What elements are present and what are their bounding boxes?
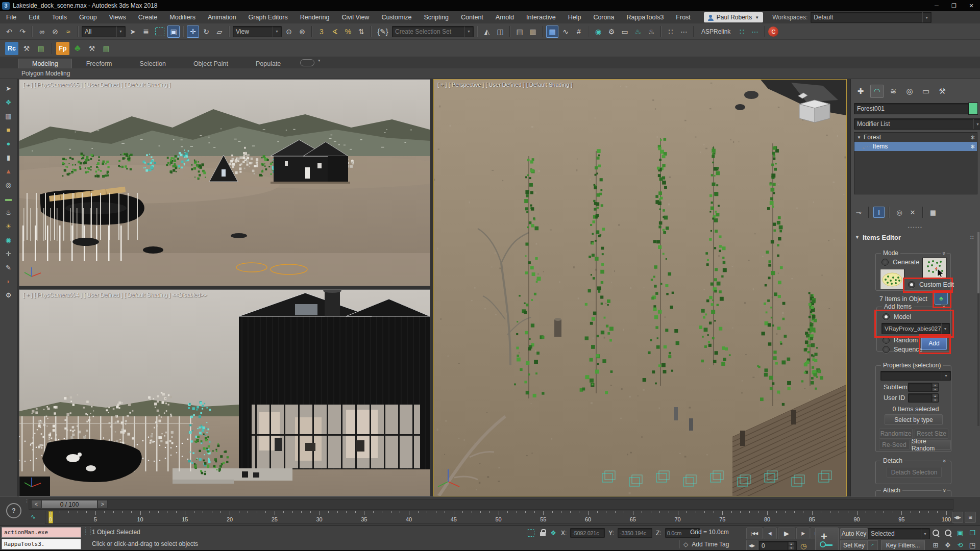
configure-modifier-sets-icon[interactable]: ▦ xyxy=(927,207,939,218)
torus-primitive-icon[interactable]: ◎ xyxy=(3,179,15,191)
selection-lock-icon[interactable] xyxy=(540,532,546,536)
time-slider-handle[interactable]: < 0 / 100 > xyxy=(31,500,108,509)
properties-dropdown[interactable]: ▼ xyxy=(880,371,951,381)
menu-graph-editors[interactable]: Graph Editors xyxy=(242,11,294,23)
view-cube[interactable] xyxy=(791,91,835,129)
time-slider-track[interactable]: < 0 / 100 > xyxy=(29,499,953,510)
link-dots-icon[interactable]: ⋯ xyxy=(749,26,761,38)
cone-primitive-icon[interactable]: ▲ xyxy=(3,165,15,177)
pan-view-icon[interactable]: ✥ xyxy=(942,540,953,550)
user-id-spinner[interactable]: ▲▼ xyxy=(932,394,938,402)
expand-arrow-icon[interactable]: ▼ xyxy=(854,135,864,140)
ribbon-minimize-toggle[interactable] xyxy=(300,59,314,66)
settings-tool-icon[interactable]: ⚙ xyxy=(3,289,15,301)
mirror-icon[interactable]: ◭ xyxy=(481,26,493,38)
reset-size-button[interactable]: Reset Size xyxy=(915,429,948,439)
show-end-result-icon[interactable]: I xyxy=(873,207,885,218)
zoom-region-icon[interactable]: ⊞ xyxy=(930,540,941,550)
user-account-menu[interactable]: Paul Roberts ▼ xyxy=(704,12,763,22)
orbit-icon[interactable]: ⟲ xyxy=(954,540,966,550)
viewport-label[interactable]: [ + ] [ PhysCamera005 ] [ User Defined ]… xyxy=(23,82,170,88)
viewport-canvas-cam2[interactable] xyxy=(19,290,430,496)
material-editor-icon[interactable]: ◉ xyxy=(592,26,604,38)
pin-stack-icon[interactable]: ⊸ xyxy=(853,207,864,218)
object-color-swatch[interactable] xyxy=(968,103,978,115)
menu-rendering[interactable]: Rendering xyxy=(294,11,336,23)
tab-object-paint[interactable]: Object Paint xyxy=(180,59,241,68)
snaps-grid-icon[interactable]: ∷ xyxy=(665,26,677,38)
plane-primitive-icon[interactable]: ▬ xyxy=(3,192,15,205)
camera-tool-icon[interactable]: ◉ xyxy=(3,234,15,246)
menu-tools[interactable]: Tools xyxy=(46,11,73,23)
trackbar-prev-key-icon[interactable]: ◀▶ xyxy=(952,512,963,523)
help-icon[interactable]: ? xyxy=(6,503,21,518)
frame-spinner[interactable]: ▲▼ xyxy=(788,542,794,550)
tab-freeform[interactable]: Freeform xyxy=(73,59,126,68)
corona-renderer-icon[interactable]: C xyxy=(768,27,778,37)
railclone-lister-icon[interactable]: ▤ xyxy=(35,42,47,55)
helper-tool-icon[interactable]: ✛ xyxy=(3,247,15,260)
menu-corona[interactable]: Corona xyxy=(587,11,620,23)
reseed-button[interactable]: Re-Seed xyxy=(879,440,910,450)
viewport-canvas-perspective[interactable] xyxy=(434,80,846,496)
select-and-move-icon[interactable]: ✛ xyxy=(187,26,199,38)
spacing-tool-icon[interactable]: ∷ xyxy=(736,26,748,38)
collapse-chevron-icon[interactable]: » xyxy=(941,458,947,463)
collapse-chevron-icon[interactable]: » xyxy=(941,304,946,309)
y-coordinate-field[interactable]: -3350.194c xyxy=(618,528,652,538)
named-selection-sets-icon[interactable]: {✎} xyxy=(375,26,391,38)
custom-edit-radio[interactable] xyxy=(908,281,915,288)
railclone-tools-icon[interactable]: ⚒ xyxy=(20,42,33,55)
menu-views[interactable]: Views xyxy=(103,11,132,23)
forestpack-icon[interactable]: Fp xyxy=(56,42,69,55)
randomize-button[interactable]: Randomize xyxy=(879,429,913,439)
unlink-selection-icon[interactable]: ⊘ xyxy=(49,26,61,38)
generate-mode-option[interactable]: Generate xyxy=(881,259,919,266)
home-icon[interactable] xyxy=(798,93,807,98)
next-frame-icon[interactable]: |▶ xyxy=(796,528,810,539)
stack-row-items[interactable]: ⌞··· Items ✻ xyxy=(854,142,977,151)
menu-interactive[interactable]: Interactive xyxy=(520,11,562,23)
viewport-perspective[interactable]: [ + ] [ Perspective ] [ User Defined ] [… xyxy=(433,79,847,496)
zoom-icon[interactable] xyxy=(930,528,941,538)
use-pivot-point-icon[interactable]: ⊙ xyxy=(283,26,295,38)
menu-file[interactable]: File xyxy=(0,11,22,23)
key-filters-button[interactable]: Key Filters... xyxy=(881,540,925,551)
window-crossing-icon[interactable]: ▣ xyxy=(167,26,180,38)
select-tool-icon[interactable]: ➤ xyxy=(3,82,15,94)
tab-modeling[interactable]: Modeling xyxy=(18,59,72,68)
model-option[interactable]: Model xyxy=(883,313,911,320)
viewport-canvas-cam1[interactable] xyxy=(19,80,430,286)
named-selection-set-dropdown[interactable]: Create Selection Set ▼ xyxy=(392,26,474,37)
menu-group[interactable]: Group xyxy=(73,11,103,23)
display-tab-icon[interactable]: ▭ xyxy=(919,85,933,98)
redo-icon[interactable]: ↷ xyxy=(16,26,29,38)
model-dropdown[interactable]: VRayProxy_abies027 ▼ xyxy=(881,323,950,334)
menu-help[interactable]: Help xyxy=(562,11,587,23)
maximize-viewport-toggle-icon[interactable]: ◳ xyxy=(967,540,978,550)
selection-region-icon[interactable] xyxy=(527,529,534,537)
select-and-rotate-icon[interactable]: ↻ xyxy=(200,26,212,38)
collapse-chevron-icon[interactable]: » xyxy=(941,488,947,493)
grid-tool-icon[interactable]: ▦ xyxy=(3,110,15,122)
schematic-view-icon[interactable]: # xyxy=(573,26,585,38)
render-iterative-icon[interactable]: ♨ xyxy=(645,26,657,38)
menu-content[interactable]: Content xyxy=(455,11,489,23)
pick-tree-button[interactable]: ♣ xyxy=(935,292,948,305)
tab-populate[interactable]: Populate xyxy=(242,59,294,68)
sphere-primitive-icon[interactable]: ● xyxy=(3,137,15,149)
zoom-all-icon[interactable] xyxy=(942,528,953,538)
teapot-primitive-icon[interactable]: ♨ xyxy=(3,206,15,218)
detach-selection-button[interactable]: Detach Selection xyxy=(887,467,942,478)
next-frame-arrow[interactable]: > xyxy=(97,500,108,509)
modifier-list-dropdown[interactable]: Modifier List ▼ xyxy=(854,118,980,130)
menu-customize[interactable]: Customize xyxy=(375,11,418,23)
percent-snap-icon[interactable]: % xyxy=(342,26,354,38)
absolute-mode-icon[interactable]: ❖ xyxy=(549,529,557,537)
magnet-tool-icon[interactable]: ◗ xyxy=(3,275,15,287)
zoom-extents-icon[interactable]: ▣ xyxy=(954,528,966,538)
minimize-button[interactable]: ─ xyxy=(928,0,945,11)
select-by-type-button[interactable]: Select by type xyxy=(885,414,943,425)
set-key-button[interactable]: Set Key xyxy=(840,540,868,551)
auto-key-button[interactable]: Auto Key xyxy=(840,528,868,539)
